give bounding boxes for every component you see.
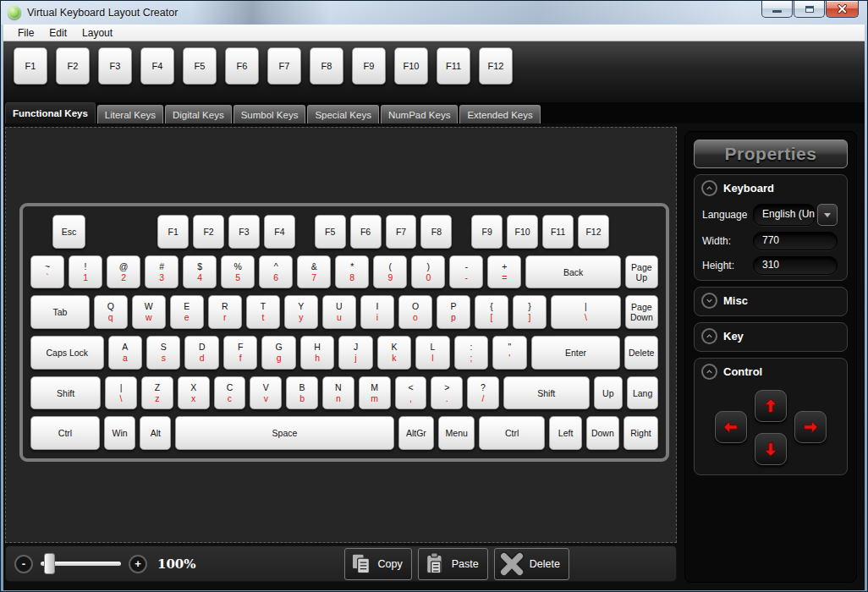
- maximize-button[interactable]: [794, 1, 825, 18]
- key-r-r[interactable]: Rr: [208, 295, 242, 329]
- move-right-button[interactable]: [794, 411, 827, 443]
- key-f2[interactable]: F2: [193, 215, 224, 249]
- key-7[interactable]: &7: [297, 255, 331, 289]
- key-sym[interactable]: "': [492, 336, 526, 370]
- width-input[interactable]: 770: [753, 232, 838, 250]
- key-0[interactable]: )0: [411, 255, 445, 289]
- move-down-button[interactable]: [755, 433, 787, 465]
- minimize-button[interactable]: [761, 1, 793, 18]
- section-control-header[interactable]: Control: [701, 362, 840, 381]
- key-f5[interactable]: F5: [315, 215, 346, 249]
- key-page-up[interactable]: Page Up: [625, 255, 658, 289]
- key-page-down[interactable]: Page Down: [625, 295, 658, 329]
- key-k-k[interactable]: Kk: [377, 336, 411, 370]
- key-caps-lock[interactable]: Caps Lock: [30, 336, 104, 370]
- key-enter[interactable]: Enter: [531, 336, 621, 370]
- key-m-m[interactable]: Mm: [359, 376, 391, 410]
- key-3[interactable]: #3: [145, 255, 179, 289]
- key-sym[interactable]: <,: [395, 376, 427, 410]
- key-sym[interactable]: |\: [105, 376, 137, 410]
- key-f6[interactable]: F6: [350, 215, 382, 249]
- key-left[interactable]: Left: [549, 416, 582, 450]
- language-dropdown-button[interactable]: [817, 204, 838, 226]
- toolbar-key-f9[interactable]: F9: [352, 47, 386, 85]
- key-f10[interactable]: F10: [507, 215, 538, 249]
- tab-special-keys[interactable]: Special Keys: [307, 105, 378, 123]
- key-sym[interactable]: ~`: [30, 255, 64, 289]
- key-sym[interactable]: |\: [551, 295, 621, 329]
- key-f7[interactable]: F7: [386, 215, 417, 249]
- key-sym[interactable]: +=: [487, 255, 521, 289]
- zoom-slider[interactable]: [41, 562, 121, 566]
- key-delete[interactable]: Delete: [624, 336, 658, 370]
- tab-digital-keys[interactable]: Digital Keys: [165, 105, 232, 123]
- section-key-header[interactable]: Key: [701, 326, 840, 346]
- key-tab[interactable]: Tab: [30, 295, 90, 329]
- key-down[interactable]: Down: [586, 416, 619, 450]
- key-s-s[interactable]: Ss: [146, 336, 180, 370]
- key-d-d[interactable]: Dd: [184, 336, 218, 370]
- tab-numpad-keys[interactable]: NumPad Keys: [381, 105, 459, 123]
- key-ctrl[interactable]: Ctrl: [479, 416, 545, 450]
- key-win[interactable]: Win: [104, 416, 135, 450]
- key-a-a[interactable]: Aa: [108, 336, 142, 370]
- menu-file[interactable]: File: [10, 25, 41, 41]
- key-sym[interactable]: :;: [454, 336, 488, 370]
- close-button[interactable]: [826, 1, 859, 18]
- key-back[interactable]: Back: [525, 255, 620, 289]
- key-sym[interactable]: ?/: [467, 376, 499, 410]
- key-up[interactable]: Up: [594, 376, 623, 410]
- key-t-t[interactable]: Tt: [246, 295, 280, 329]
- toolbar-key-f5[interactable]: F5: [183, 47, 217, 85]
- key-g-g[interactable]: Gg: [261, 336, 295, 370]
- key-f4[interactable]: F4: [264, 215, 295, 249]
- toolbar-key-f12[interactable]: F12: [479, 47, 513, 85]
- key-2[interactable]: @2: [107, 255, 140, 289]
- key-6[interactable]: ^6: [259, 255, 293, 289]
- language-select[interactable]: English (Unite: [753, 204, 816, 226]
- key-f12[interactable]: F12: [578, 215, 609, 249]
- key-4[interactable]: $4: [183, 255, 217, 289]
- key-f1[interactable]: F1: [157, 215, 189, 249]
- zoom-out-button[interactable]: -: [14, 555, 33, 573]
- move-up-button[interactable]: [755, 390, 787, 422]
- key-alt[interactable]: Alt: [140, 416, 171, 450]
- key-n-n[interactable]: Nn: [322, 376, 354, 410]
- toolbar-key-f1[interactable]: F1: [14, 47, 47, 85]
- key-1[interactable]: !1: [69, 255, 102, 289]
- key-f8[interactable]: F8: [420, 215, 452, 249]
- key-5[interactable]: %5: [221, 255, 255, 289]
- section-keyboard-header[interactable]: Keyboard: [701, 178, 840, 198]
- key-sym[interactable]: }]: [513, 295, 547, 329]
- key-space[interactable]: Space: [175, 416, 393, 450]
- key-u-u[interactable]: Uu: [322, 295, 356, 329]
- key-l-l[interactable]: Ll: [415, 336, 449, 370]
- key-f11[interactable]: F11: [542, 215, 574, 249]
- key-shift[interactable]: Shift: [30, 376, 101, 410]
- key-lang[interactable]: Lang: [627, 376, 658, 410]
- key-ctrl[interactable]: Ctrl: [30, 416, 100, 450]
- toolbar-key-f2[interactable]: F2: [56, 47, 90, 85]
- copy-button[interactable]: Copy: [344, 548, 412, 580]
- key-i-i[interactable]: Ii: [360, 295, 394, 329]
- paste-button[interactable]: Paste: [418, 548, 488, 580]
- key-x-x[interactable]: Xx: [178, 376, 210, 410]
- key-shift[interactable]: Shift: [503, 376, 590, 410]
- key-f3[interactable]: F3: [228, 215, 260, 249]
- toolbar-key-f11[interactable]: F11: [437, 47, 470, 85]
- delete-button[interactable]: Delete: [494, 548, 569, 580]
- tab-functional-keys[interactable]: Functional Keys: [5, 102, 96, 123]
- key-e-e[interactable]: Ee: [170, 295, 204, 329]
- key-8[interactable]: *8: [335, 255, 369, 289]
- toolbar-key-f10[interactable]: F10: [394, 47, 428, 85]
- move-left-button[interactable]: [715, 411, 747, 443]
- key-9[interactable]: (9: [373, 255, 407, 289]
- toolbar-key-f4[interactable]: F4: [140, 47, 174, 85]
- key-z-z[interactable]: Zz: [141, 376, 173, 410]
- menu-edit[interactable]: Edit: [41, 25, 74, 41]
- key-sym[interactable]: {[: [475, 295, 508, 329]
- menu-layout[interactable]: Layout: [74, 25, 120, 41]
- tab-extended-keys[interactable]: Extended Keys: [459, 105, 540, 123]
- key-p-p[interactable]: Pp: [437, 295, 470, 329]
- key-menu[interactable]: Menu: [438, 416, 475, 450]
